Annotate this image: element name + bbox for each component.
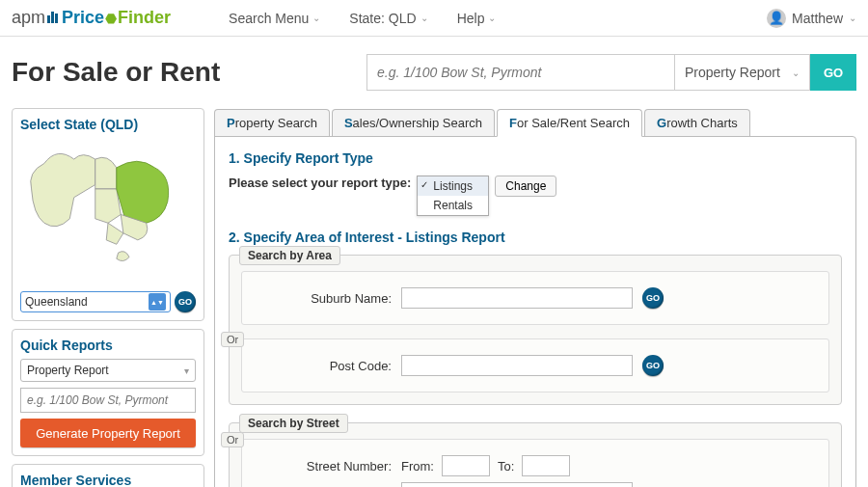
- nav-label: State: QLD: [349, 11, 416, 26]
- suburb-label: Suburb Name:: [252, 291, 392, 306]
- content-area: Property Search Sales/Ownership Search F…: [214, 108, 856, 487]
- state-go-button[interactable]: GO: [175, 291, 196, 312]
- report-type-select[interactable]: Property Report ⌄: [675, 54, 810, 91]
- suburb-go-button[interactable]: GO: [642, 287, 664, 309]
- tab-for-sale-rent-search[interactable]: For Sale/Rent Search: [497, 109, 642, 137]
- logo-finder-text: Finder: [118, 8, 171, 28]
- step1-heading: 1. Specify Report Type: [229, 150, 842, 166]
- member-services-box: Member Services: [12, 464, 204, 487]
- postcode-label: Post Code:: [252, 359, 392, 373]
- nav-help[interactable]: Help ⌄: [457, 11, 497, 26]
- chevron-down-icon: ⌄: [488, 13, 496, 23]
- search-by-area-legend: Search by Area: [239, 246, 340, 265]
- logo: apm Price ⬣ Finder: [12, 8, 171, 28]
- street-name-row: Street Name:: [252, 482, 819, 487]
- postcode-row: Post Code: GO: [252, 355, 819, 376]
- logo-price-text: Price: [62, 8, 104, 28]
- postcode-go-button[interactable]: GO: [642, 355, 664, 376]
- from-label: From:: [401, 459, 434, 473]
- avatar-icon: 👤: [767, 9, 786, 28]
- sidebar: Select State (QLD) Queensland ▲▼ GO Quic…: [12, 108, 204, 487]
- australia-map-icon[interactable]: [20, 138, 196, 283]
- nav-label: Search Menu: [229, 11, 309, 26]
- generate-report-button[interactable]: Generate Property Report: [20, 419, 196, 447]
- street-number-label: Street Number:: [252, 459, 392, 473]
- chevron-down-icon: ⌄: [312, 13, 320, 23]
- select-state-box: Select State (QLD) Queensland ▲▼ GO: [12, 108, 204, 321]
- or-badge: Or: [221, 332, 244, 347]
- suburb-row: Suburb Name: GO: [252, 287, 819, 309]
- report-select-label: Property Report: [685, 65, 780, 80]
- dropdown-option-rentals[interactable]: Rentals: [418, 196, 488, 215]
- quick-reports-box: Quick Reports Property Report ▾ Generate…: [12, 329, 204, 456]
- main-nav: Search Menu ⌄ State: QLD ⌄ Help ⌄: [229, 11, 496, 26]
- shield-icon: ⬣: [105, 11, 117, 26]
- street-number-to-input[interactable]: [522, 455, 570, 476]
- tab-sales-ownership-search[interactable]: Sales/Ownership Search: [332, 109, 495, 137]
- or-badge: Or: [221, 432, 244, 447]
- member-services-title: Member Services: [20, 473, 196, 487]
- change-button[interactable]: Change: [495, 176, 556, 197]
- title-row: For Sale or Rent Property Report ⌄ GO: [0, 37, 868, 108]
- street-number-from-input[interactable]: [442, 455, 490, 476]
- suburb-input[interactable]: [401, 287, 633, 309]
- to-label: To:: [498, 459, 514, 473]
- quick-report-select-value: Property Report: [27, 364, 109, 377]
- nav-label: Help: [457, 11, 485, 26]
- address-search-input[interactable]: [366, 54, 675, 91]
- go-button[interactable]: GO: [810, 54, 856, 91]
- report-type-label: Please select your report type:: [229, 176, 411, 190]
- step2-heading: 2. Specify Area of Interest - Listings R…: [229, 230, 842, 245]
- tab-growth-charts[interactable]: Growth Charts: [644, 109, 750, 137]
- postcode-input[interactable]: [401, 355, 633, 376]
- logo-apm-text: apm: [12, 8, 45, 28]
- page-title: For Sale or Rent: [12, 57, 220, 88]
- chevron-down-icon: ⌄: [420, 13, 428, 23]
- main-layout: Select State (QLD) Queensland ▲▼ GO Quic…: [0, 108, 868, 487]
- chevron-down-icon: ⌄: [792, 68, 800, 78]
- quick-reports-title: Quick Reports: [20, 338, 196, 353]
- search-by-street-fieldset: Search by Street Or Street Number: From:…: [229, 422, 842, 487]
- state-select-value: Queensland: [25, 295, 88, 309]
- search-by-street-legend: Search by Street: [239, 414, 348, 433]
- quick-report-type-select[interactable]: Property Report ▾: [20, 359, 196, 382]
- quick-report-address-input[interactable]: [20, 388, 196, 413]
- select-state-title: Select State (QLD): [20, 117, 196, 132]
- tab-bar: Property Search Sales/Ownership Search F…: [214, 108, 856, 136]
- report-type-dropdown[interactable]: Listings Rentals: [417, 176, 489, 216]
- select-arrows-icon: ▲▼: [149, 293, 166, 311]
- user-name: Matthew: [792, 11, 843, 26]
- dropdown-option-listings[interactable]: Listings: [418, 176, 488, 196]
- bars-icon: [47, 12, 58, 23]
- street-number-row: Street Number: From: To:: [252, 455, 819, 476]
- user-menu[interactable]: 👤 Matthew ⌄: [767, 9, 856, 28]
- street-name-input[interactable]: [401, 482, 633, 487]
- chevron-down-icon: ⌄: [849, 13, 856, 23]
- nav-state[interactable]: State: QLD ⌄: [349, 11, 427, 26]
- nav-search-menu[interactable]: Search Menu ⌄: [229, 11, 320, 26]
- state-select[interactable]: Queensland ▲▼: [20, 291, 171, 312]
- search-panel: 1. Specify Report Type Please select you…: [214, 136, 856, 487]
- top-search-group: Property Report ⌄ GO: [366, 54, 856, 91]
- report-type-row: Please select your report type: Listings…: [229, 176, 842, 216]
- tab-property-search[interactable]: Property Search: [214, 109, 330, 137]
- header-bar: apm Price ⬣ Finder Search Menu ⌄ State: …: [0, 0, 868, 37]
- chevron-down-icon: ▾: [184, 365, 189, 376]
- search-by-area-fieldset: Search by Area Suburb Name: GO Or Post C…: [229, 255, 842, 405]
